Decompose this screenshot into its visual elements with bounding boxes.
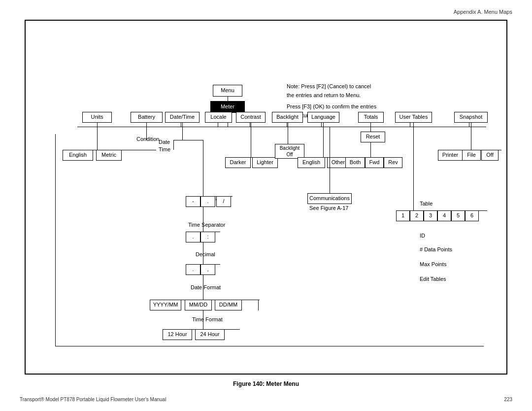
see-fig-label: See Figure A-17 — [309, 205, 349, 211]
data-points-label: # Data Points — [420, 246, 452, 252]
fwd-box: Fwd — [365, 157, 384, 168]
edit-tables-label: Edit Tables — [420, 276, 446, 282]
lighter-box: Lighter — [252, 157, 278, 168]
battery-box: Battery — [131, 112, 163, 123]
date-label: Date — [159, 139, 170, 145]
backlight-box: Backlight — [272, 112, 303, 123]
time-sep-colon: : — [200, 232, 215, 242]
table-4-box: 4 — [437, 210, 451, 221]
snapshot-box: Snapshot — [454, 112, 488, 123]
max-points-label: Max Points — [420, 261, 446, 267]
table-1-box: 1 — [396, 210, 410, 221]
footer-left: Transport® Model PT878 Portable Liquid F… — [20, 397, 166, 402]
table-label: Table — [420, 201, 432, 206]
figure-caption: Figure 140: Meter Menu — [233, 380, 299, 387]
contrast-box: Contrast — [236, 112, 266, 123]
file-box: File — [462, 150, 481, 161]
mm-dd-box: MM/DD — [185, 300, 212, 310]
time-sep-dot: . — [186, 232, 200, 242]
id-label: ID — [420, 233, 425, 239]
time-label: Time — [159, 146, 170, 152]
rev-box: Rev — [384, 157, 402, 168]
english-main-box: English — [63, 150, 93, 161]
table-6-box: 6 — [465, 210, 479, 221]
time-format-label: Time Format — [192, 316, 223, 322]
meter-box: Meter — [210, 101, 245, 113]
language-box: Language — [307, 112, 339, 123]
darker-box: Darker — [225, 157, 251, 168]
totals-box: Totals — [358, 112, 384, 123]
page-header: Appendix A. Menu Maps — [454, 9, 512, 15]
units-box: Units — [82, 112, 112, 123]
footer-right: 223 — [504, 397, 512, 402]
off-box: Off — [481, 150, 499, 161]
decimal-dot: . — [186, 264, 200, 275]
diagram-border: Note: Press [F2] (Cancel) to cancel the … — [25, 20, 507, 375]
decimal-comma: , — [200, 264, 215, 275]
english-lang-box: English — [298, 157, 325, 168]
time-sep-label: Time Separator — [188, 222, 225, 228]
date-sep-dash: - — [186, 196, 200, 207]
metric-box: Metric — [96, 150, 122, 161]
table-2-box: 2 — [410, 210, 424, 221]
dd-mm-box: DD/MM — [215, 300, 242, 310]
menu-box: Menu — [213, 85, 242, 97]
date-sep-dot: . — [200, 196, 215, 207]
table-5-box: 5 — [451, 210, 465, 221]
date-format-label: Date Format — [191, 284, 221, 290]
decimal-label: Decimal — [196, 251, 215, 257]
printer-box: Printer — [438, 150, 463, 161]
locale-box: Locale — [205, 112, 232, 123]
user-tables-box: User Tables — [395, 112, 432, 123]
table-3-box: 3 — [424, 210, 437, 221]
reset-box: Reset — [361, 132, 385, 142]
communications-box: Communications — [307, 193, 352, 204]
yyyy-mm-box: YYYY/MM — [150, 300, 181, 310]
both-box: Both — [345, 157, 365, 168]
backlight-off-box: BacklightOff — [275, 144, 304, 159]
hour-12-box: 12 Hour — [163, 329, 192, 340]
datetime-box: Date/Time — [165, 112, 200, 123]
hour-24-box: 24 Hour — [195, 329, 225, 340]
condition-label: Condition — [136, 136, 159, 142]
date-sep-slash: / — [216, 196, 231, 207]
